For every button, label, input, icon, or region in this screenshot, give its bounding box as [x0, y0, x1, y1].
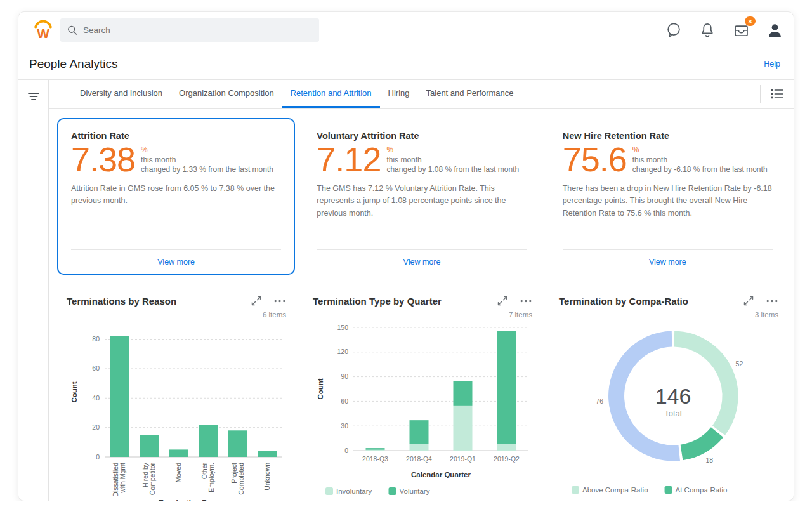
svg-text:18: 18 [705, 456, 713, 464]
svg-text:Calendar Quarter: Calendar Quarter [411, 471, 471, 478]
termination-type-stacked-bar-chart: Count03060901201502018-Q32018-Q42019-Q12… [313, 320, 532, 501]
filter-button[interactable] [25, 89, 42, 104]
kpi-period: this month [386, 155, 519, 166]
workday-logo-icon: W [30, 18, 56, 42]
expand-icon[interactable] [742, 294, 755, 307]
kpi-card-voluntary-attrition-rate[interactable]: Voluntary Attrition Rate 7.12 % this mon… [303, 118, 540, 275]
expand-icon[interactable] [250, 294, 263, 307]
kpi-title: New Hire Retention Rate [563, 131, 773, 141]
svg-text:Above Compa-Ratio: Above Compa-Ratio [582, 486, 648, 494]
search-bar[interactable] [60, 18, 319, 42]
tab-hiring[interactable]: Hiring [380, 80, 418, 108]
view-more-link[interactable]: View more [403, 258, 441, 267]
notifications-button[interactable] [698, 21, 716, 39]
svg-text:60: 60 [92, 364, 100, 372]
tab-organization-composition[interactable]: Organization Composition [171, 80, 282, 108]
tab-diversity-and-inclusion[interactable]: Diversity and Inclusion [72, 80, 171, 108]
page-header: People Analytics Help [18, 48, 794, 80]
inbox-button[interactable]: 8 [732, 21, 750, 39]
svg-text:90: 90 [341, 373, 348, 380]
chart-row: Terminations by Reason 6 items [57, 284, 787, 501]
svg-text:Voluntary: Voluntary [400, 487, 430, 495]
kpi-card-attrition-rate[interactable]: Attrition Rate 7.38 % this month changed… [57, 118, 295, 275]
kpi-card-new-hire-retention-rate[interactable]: New Hire Retention Rate 75.6 % this mont… [549, 118, 787, 275]
view-toggle-button[interactable] [760, 85, 794, 103]
chat-button[interactable] [665, 21, 683, 39]
tab-talent-and-performance[interactable]: Talent and Performance [418, 80, 522, 108]
more-options-icon[interactable] [766, 294, 778, 307]
bell-icon [699, 22, 716, 38]
svg-text:120: 120 [337, 348, 348, 355]
svg-text:W: W [37, 26, 49, 41]
kpi-unit: % [632, 145, 768, 155]
svg-text:Unknown: Unknown [263, 463, 271, 491]
svg-text:0: 0 [96, 453, 100, 461]
inbox-badge: 8 [745, 16, 756, 26]
svg-text:Termination Reason: Termination Reason [159, 499, 228, 501]
kpi-period: this month [632, 155, 768, 166]
chart-card-terminations-by-reason: Terminations by Reason 6 items [57, 284, 296, 501]
expand-icon[interactable] [496, 294, 509, 307]
kpi-unit: % [386, 145, 519, 155]
termination-by-compa-ratio-donut-chart: 521876146TotalAbove Compa-RatioAt Compa-… [559, 320, 778, 501]
svg-text:52: 52 [736, 360, 743, 367]
more-options-icon[interactable] [273, 294, 286, 307]
chart-card-termination-by-compa-ratio: Termination by Compa-Ratio 3 items [549, 284, 788, 501]
svg-text:150: 150 [337, 324, 348, 331]
kpi-value: 75.6 [563, 142, 627, 177]
svg-text:Involuntary: Involuntary [336, 487, 372, 495]
kpi-title: Attrition Rate [71, 131, 281, 141]
items-count: 7 items [313, 311, 532, 319]
svg-text:Moved: Moved [174, 463, 182, 483]
kpi-row: Attrition Rate 7.38 % this month changed… [57, 118, 787, 275]
svg-text:Total: Total [664, 409, 682, 418]
svg-text:2019-Q2: 2019-Q2 [494, 455, 520, 463]
svg-text:At Compa-Ratio: At Compa-Ratio [676, 486, 728, 494]
tabs: Diversity and Inclusion Organization Com… [72, 80, 522, 108]
svg-text:2018-Q4: 2018-Q4 [406, 455, 432, 463]
profile-button[interactable] [766, 21, 783, 39]
svg-text:with Mgmt: with Mgmt [119, 463, 126, 494]
help-link[interactable]: Help [764, 60, 780, 69]
filter-icon [27, 90, 41, 103]
svg-text:2018-Q3: 2018-Q3 [362, 455, 388, 463]
search-icon [67, 25, 77, 36]
tab-retention-and-attrition[interactable]: Retention and Attrition [282, 80, 380, 108]
top-bar: W [18, 12, 794, 48]
list-view-icon [770, 88, 784, 100]
dashboard-content: Attrition Rate 7.38 % this month changed… [49, 109, 794, 501]
kpi-unit: % [141, 145, 273, 155]
kpi-description: The GMS has 7.12 % Voluntary Attrition R… [317, 183, 527, 220]
view-more-link[interactable]: View more [649, 258, 686, 267]
page-title: People Analytics [29, 57, 117, 71]
view-more-link[interactable]: View more [157, 258, 195, 267]
chart-card-termination-type-by-quarter: Termination Type by Quarter 7 items [303, 284, 542, 501]
topbar-actions: 8 [665, 21, 783, 39]
content-wrapper: Diversity and Inclusion Organization Com… [18, 80, 794, 501]
kpi-change: changed by -6.18 % from the last month [632, 165, 768, 175]
svg-text:40: 40 [92, 394, 100, 402]
svg-text:20: 20 [92, 423, 100, 431]
more-options-icon[interactable] [520, 294, 532, 307]
kpi-value: 7.38 [71, 142, 135, 177]
terminations-by-reason-bar-chart: Count020406080Dissatisfiedwith MgmtHired… [67, 320, 286, 501]
left-rail [18, 80, 49, 501]
svg-text:2019-Q1: 2019-Q1 [450, 455, 476, 463]
main-column: Diversity and Inclusion Organization Com… [49, 80, 794, 501]
tab-bar: Diversity and Inclusion Organization Com… [49, 80, 794, 109]
search-input[interactable] [83, 25, 312, 35]
svg-text:60: 60 [341, 397, 348, 405]
kpi-value: 7.12 [317, 142, 381, 177]
svg-text:146: 146 [655, 384, 691, 408]
chart-title: Termination Type by Quarter [313, 296, 442, 307]
kpi-title: Voluntary Attrition Rate [317, 131, 527, 141]
svg-text:Count: Count [317, 378, 324, 399]
chart-title: Terminations by Reason [67, 296, 176, 307]
svg-text:Count: Count [70, 381, 78, 402]
workday-logo[interactable]: W [29, 17, 58, 43]
items-count: 3 items [559, 311, 778, 319]
chart-title: Termination by Compa-Ratio [559, 296, 688, 307]
svg-text:30: 30 [341, 422, 348, 430]
svg-text:Completed: Completed [237, 463, 245, 495]
kpi-change: changed by 1.33 % from the last month [141, 165, 273, 175]
